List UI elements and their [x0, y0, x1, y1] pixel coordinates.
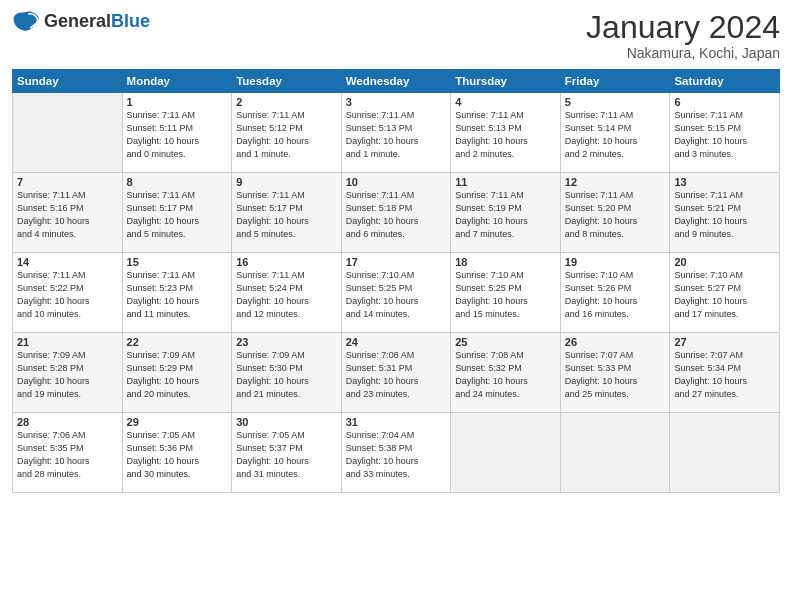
- day-number: 3: [346, 96, 447, 108]
- calendar-cell: 6Sunrise: 7:11 AMSunset: 5:15 PMDaylight…: [670, 93, 780, 173]
- calendar-cell: [13, 93, 123, 173]
- calendar-cell: 27Sunrise: 7:07 AMSunset: 5:34 PMDayligh…: [670, 333, 780, 413]
- day-number: 15: [127, 256, 228, 268]
- calendar-cell: 4Sunrise: 7:11 AMSunset: 5:13 PMDaylight…: [451, 93, 561, 173]
- month-title: January 2024: [586, 10, 780, 45]
- calendar-cell: 11Sunrise: 7:11 AMSunset: 5:19 PMDayligh…: [451, 173, 561, 253]
- day-number: 17: [346, 256, 447, 268]
- cell-content: Sunrise: 7:10 AMSunset: 5:27 PMDaylight:…: [674, 269, 775, 321]
- cell-content: Sunrise: 7:11 AMSunset: 5:16 PMDaylight:…: [17, 189, 118, 241]
- cell-content: Sunrise: 7:11 AMSunset: 5:23 PMDaylight:…: [127, 269, 228, 321]
- location: Nakamura, Kochi, Japan: [586, 45, 780, 61]
- cell-content: Sunrise: 7:11 AMSunset: 5:17 PMDaylight:…: [236, 189, 337, 241]
- cell-content: Sunrise: 7:07 AMSunset: 5:33 PMDaylight:…: [565, 349, 666, 401]
- calendar-cell: 7Sunrise: 7:11 AMSunset: 5:16 PMDaylight…: [13, 173, 123, 253]
- page-container: GeneralBlue January 2024 Nakamura, Kochi…: [0, 0, 792, 501]
- cell-content: Sunrise: 7:11 AMSunset: 5:19 PMDaylight:…: [455, 189, 556, 241]
- cell-content: Sunrise: 7:05 AMSunset: 5:37 PMDaylight:…: [236, 429, 337, 481]
- logo: GeneralBlue: [12, 10, 150, 32]
- calendar-cell: 25Sunrise: 7:08 AMSunset: 5:32 PMDayligh…: [451, 333, 561, 413]
- calendar-cell: 12Sunrise: 7:11 AMSunset: 5:20 PMDayligh…: [560, 173, 670, 253]
- calendar-body: 1Sunrise: 7:11 AMSunset: 5:11 PMDaylight…: [13, 93, 780, 493]
- day-number: 11: [455, 176, 556, 188]
- day-number: 31: [346, 416, 447, 428]
- cell-content: Sunrise: 7:11 AMSunset: 5:12 PMDaylight:…: [236, 109, 337, 161]
- cell-content: Sunrise: 7:11 AMSunset: 5:13 PMDaylight:…: [455, 109, 556, 161]
- cell-content: Sunrise: 7:06 AMSunset: 5:35 PMDaylight:…: [17, 429, 118, 481]
- calendar-cell: 2Sunrise: 7:11 AMSunset: 5:12 PMDaylight…: [232, 93, 342, 173]
- day-number: 28: [17, 416, 118, 428]
- cell-content: Sunrise: 7:07 AMSunset: 5:34 PMDaylight:…: [674, 349, 775, 401]
- calendar-table: SundayMondayTuesdayWednesdayThursdayFrid…: [12, 69, 780, 493]
- calendar-cell: 10Sunrise: 7:11 AMSunset: 5:18 PMDayligh…: [341, 173, 451, 253]
- day-number: 16: [236, 256, 337, 268]
- day-header-saturday: Saturday: [670, 70, 780, 93]
- cell-content: Sunrise: 7:11 AMSunset: 5:22 PMDaylight:…: [17, 269, 118, 321]
- cell-content: Sunrise: 7:08 AMSunset: 5:31 PMDaylight:…: [346, 349, 447, 401]
- cell-content: Sunrise: 7:11 AMSunset: 5:11 PMDaylight:…: [127, 109, 228, 161]
- day-header-wednesday: Wednesday: [341, 70, 451, 93]
- calendar-cell: 18Sunrise: 7:10 AMSunset: 5:25 PMDayligh…: [451, 253, 561, 333]
- day-number: 13: [674, 176, 775, 188]
- day-header-tuesday: Tuesday: [232, 70, 342, 93]
- calendar-cell: 17Sunrise: 7:10 AMSunset: 5:25 PMDayligh…: [341, 253, 451, 333]
- cell-content: Sunrise: 7:11 AMSunset: 5:21 PMDaylight:…: [674, 189, 775, 241]
- calendar-cell: [451, 413, 561, 493]
- cell-content: Sunrise: 7:10 AMSunset: 5:26 PMDaylight:…: [565, 269, 666, 321]
- calendar-header: SundayMondayTuesdayWednesdayThursdayFrid…: [13, 70, 780, 93]
- day-number: 12: [565, 176, 666, 188]
- calendar-cell: 16Sunrise: 7:11 AMSunset: 5:24 PMDayligh…: [232, 253, 342, 333]
- calendar-cell: 26Sunrise: 7:07 AMSunset: 5:33 PMDayligh…: [560, 333, 670, 413]
- calendar-cell: 15Sunrise: 7:11 AMSunset: 5:23 PMDayligh…: [122, 253, 232, 333]
- cell-content: Sunrise: 7:04 AMSunset: 5:38 PMDaylight:…: [346, 429, 447, 481]
- calendar-cell: [670, 413, 780, 493]
- cell-content: Sunrise: 7:11 AMSunset: 5:15 PMDaylight:…: [674, 109, 775, 161]
- calendar-cell: 30Sunrise: 7:05 AMSunset: 5:37 PMDayligh…: [232, 413, 342, 493]
- calendar-cell: 23Sunrise: 7:09 AMSunset: 5:30 PMDayligh…: [232, 333, 342, 413]
- day-number: 8: [127, 176, 228, 188]
- cell-content: Sunrise: 7:10 AMSunset: 5:25 PMDaylight:…: [455, 269, 556, 321]
- logo-icon: [12, 10, 40, 32]
- calendar-cell: 9Sunrise: 7:11 AMSunset: 5:17 PMDaylight…: [232, 173, 342, 253]
- day-number: 27: [674, 336, 775, 348]
- day-header-thursday: Thursday: [451, 70, 561, 93]
- logo-text: GeneralBlue: [44, 11, 150, 32]
- calendar-week-1: 1Sunrise: 7:11 AMSunset: 5:11 PMDaylight…: [13, 93, 780, 173]
- day-number: 14: [17, 256, 118, 268]
- calendar-cell: 1Sunrise: 7:11 AMSunset: 5:11 PMDaylight…: [122, 93, 232, 173]
- day-number: 21: [17, 336, 118, 348]
- calendar-cell: 31Sunrise: 7:04 AMSunset: 5:38 PMDayligh…: [341, 413, 451, 493]
- day-number: 18: [455, 256, 556, 268]
- calendar-cell: 8Sunrise: 7:11 AMSunset: 5:17 PMDaylight…: [122, 173, 232, 253]
- day-number: 29: [127, 416, 228, 428]
- calendar-week-2: 7Sunrise: 7:11 AMSunset: 5:16 PMDaylight…: [13, 173, 780, 253]
- cell-content: Sunrise: 7:10 AMSunset: 5:25 PMDaylight:…: [346, 269, 447, 321]
- calendar-week-4: 21Sunrise: 7:09 AMSunset: 5:28 PMDayligh…: [13, 333, 780, 413]
- calendar-cell: 21Sunrise: 7:09 AMSunset: 5:28 PMDayligh…: [13, 333, 123, 413]
- calendar-cell: 24Sunrise: 7:08 AMSunset: 5:31 PMDayligh…: [341, 333, 451, 413]
- day-number: 4: [455, 96, 556, 108]
- day-number: 19: [565, 256, 666, 268]
- cell-content: Sunrise: 7:11 AMSunset: 5:13 PMDaylight:…: [346, 109, 447, 161]
- title-block: January 2024 Nakamura, Kochi, Japan: [586, 10, 780, 61]
- calendar-week-5: 28Sunrise: 7:06 AMSunset: 5:35 PMDayligh…: [13, 413, 780, 493]
- day-header-monday: Monday: [122, 70, 232, 93]
- cell-content: Sunrise: 7:11 AMSunset: 5:24 PMDaylight:…: [236, 269, 337, 321]
- calendar-cell: [560, 413, 670, 493]
- cell-content: Sunrise: 7:09 AMSunset: 5:28 PMDaylight:…: [17, 349, 118, 401]
- day-number: 20: [674, 256, 775, 268]
- cell-content: Sunrise: 7:09 AMSunset: 5:29 PMDaylight:…: [127, 349, 228, 401]
- cell-content: Sunrise: 7:09 AMSunset: 5:30 PMDaylight:…: [236, 349, 337, 401]
- day-number: 2: [236, 96, 337, 108]
- cell-content: Sunrise: 7:11 AMSunset: 5:17 PMDaylight:…: [127, 189, 228, 241]
- calendar-cell: 13Sunrise: 7:11 AMSunset: 5:21 PMDayligh…: [670, 173, 780, 253]
- calendar-cell: 29Sunrise: 7:05 AMSunset: 5:36 PMDayligh…: [122, 413, 232, 493]
- day-header-sunday: Sunday: [13, 70, 123, 93]
- header-row: SundayMondayTuesdayWednesdayThursdayFrid…: [13, 70, 780, 93]
- day-number: 23: [236, 336, 337, 348]
- day-number: 25: [455, 336, 556, 348]
- cell-content: Sunrise: 7:11 AMSunset: 5:18 PMDaylight:…: [346, 189, 447, 241]
- cell-content: Sunrise: 7:05 AMSunset: 5:36 PMDaylight:…: [127, 429, 228, 481]
- day-number: 7: [17, 176, 118, 188]
- calendar-cell: 19Sunrise: 7:10 AMSunset: 5:26 PMDayligh…: [560, 253, 670, 333]
